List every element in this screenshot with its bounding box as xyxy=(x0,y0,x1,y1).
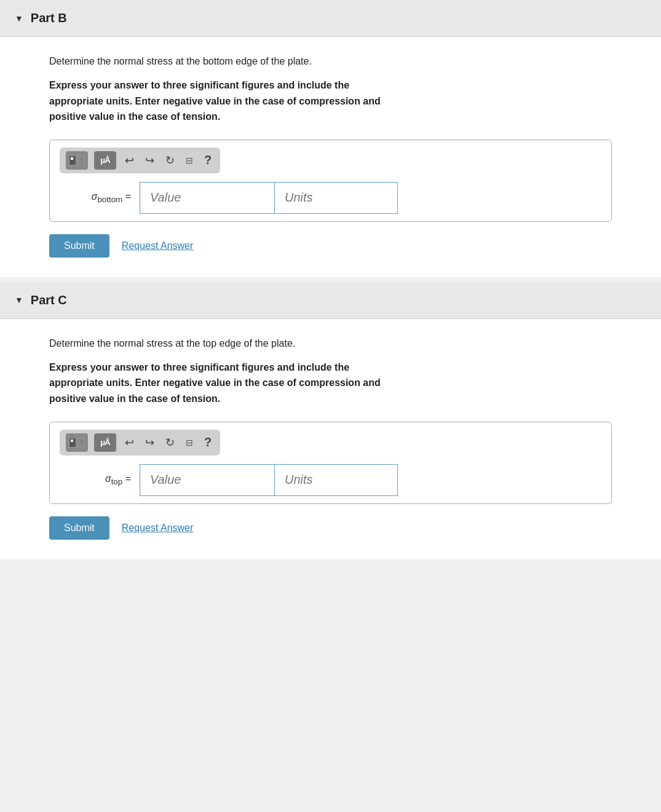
part-c-units-input[interactable] xyxy=(275,464,398,496)
part-c-value-input[interactable] xyxy=(140,464,275,496)
part-b-redo-button[interactable]: ↪ xyxy=(143,152,157,168)
part-b-header: ▼ Part B xyxy=(0,0,661,37)
part-c-help-button[interactable]: ? xyxy=(202,434,214,451)
help-icon: ? xyxy=(204,153,212,167)
part-b-title: Part B xyxy=(31,11,67,25)
part-b-answer-row: σbottom = xyxy=(60,182,601,214)
part-c-description: Determine the normal stress at the top e… xyxy=(49,336,612,351)
part-b-formula-button[interactable]: μÅ xyxy=(94,151,116,170)
redo-icon: ↪ xyxy=(145,154,154,167)
part-c-layout-button[interactable] xyxy=(66,433,88,452)
part-c-chevron-icon[interactable]: ▼ xyxy=(15,295,23,305)
part-b-units-input[interactable] xyxy=(275,182,398,214)
part-c-section: ▼ Part C Determine the normal stress at … xyxy=(0,282,661,559)
part-b-layout-button[interactable] xyxy=(66,151,88,170)
part-c-instructions: Express your answer to three significant… xyxy=(49,360,612,407)
part-c-answer-row: σtop = xyxy=(60,464,601,496)
part-c-toolbar: μÅ ↩ ↪ ↻ ⊟ ? xyxy=(60,430,220,455)
part-c-refresh-button[interactable]: ↻ xyxy=(163,435,177,451)
part-b-toolbar: μÅ ↩ ↪ ↻ ⊟ ? xyxy=(60,148,220,173)
part-b-help-button[interactable]: ? xyxy=(202,152,214,168)
part-c-header: ▼ Part C xyxy=(0,282,661,319)
part-c-label: σtop = xyxy=(60,473,140,486)
part-b-label: σbottom = xyxy=(60,191,140,204)
part-b-actions: Submit Request Answer xyxy=(49,234,612,258)
part-c-formula-button[interactable]: μÅ xyxy=(94,433,116,452)
part-b-input-box: μÅ ↩ ↪ ↻ ⊟ ? xyxy=(49,140,612,222)
undo-icon: ↩ xyxy=(125,154,134,167)
part-b-value-input[interactable] xyxy=(140,182,275,214)
part-b-submit-button[interactable]: Submit xyxy=(49,234,109,258)
part-b-body: Determine the normal stress at the botto… xyxy=(0,37,661,277)
refresh-icon: ↻ xyxy=(165,154,175,167)
part-c-request-answer-link[interactable]: Request Answer xyxy=(122,522,194,534)
undo-icon: ↩ xyxy=(125,436,134,449)
redo-icon: ↪ xyxy=(145,436,154,449)
refresh-icon: ↻ xyxy=(165,436,175,449)
formula-icon: μÅ xyxy=(100,156,109,165)
keyboard-icon: ⊟ xyxy=(186,438,193,447)
part-b-refresh-button[interactable]: ↻ xyxy=(163,152,177,168)
part-c-title: Part C xyxy=(31,293,67,307)
part-c-undo-button[interactable]: ↩ xyxy=(122,435,137,451)
formula-icon: μÅ xyxy=(100,438,109,447)
part-b-instructions: Express your answer to three significant… xyxy=(49,77,612,125)
part-c-body: Determine the normal stress at the top e… xyxy=(0,319,661,559)
part-b-chevron-icon[interactable]: ▼ xyxy=(15,14,23,23)
help-icon: ? xyxy=(204,435,212,449)
part-c-input-box: μÅ ↩ ↪ ↻ ⊟ ? xyxy=(49,422,612,504)
layout-icon xyxy=(69,438,85,447)
part-b-keyboard-button[interactable]: ⊟ xyxy=(183,154,196,167)
part-c-keyboard-button[interactable]: ⊟ xyxy=(183,436,196,449)
part-b-description: Determine the normal stress at the botto… xyxy=(49,54,612,69)
keyboard-icon: ⊟ xyxy=(186,156,193,165)
part-c-actions: Submit Request Answer xyxy=(49,516,612,540)
part-b-section: ▼ Part B Determine the normal stress at … xyxy=(0,0,661,277)
layout-icon xyxy=(69,156,85,165)
part-c-redo-button[interactable]: ↪ xyxy=(143,435,157,451)
part-c-submit-button[interactable]: Submit xyxy=(49,516,109,540)
part-b-request-answer-link[interactable]: Request Answer xyxy=(122,240,194,251)
part-b-undo-button[interactable]: ↩ xyxy=(122,152,137,168)
